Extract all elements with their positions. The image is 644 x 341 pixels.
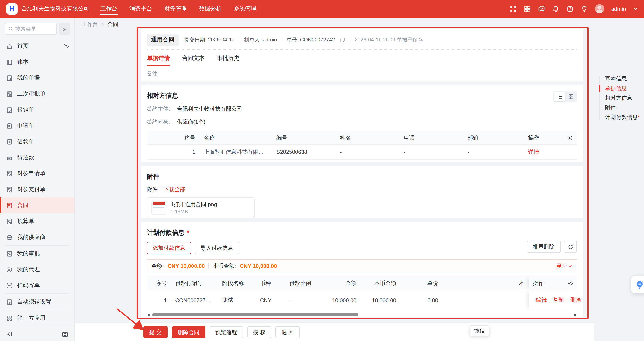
counterparty-title: 相对方信息 — [147, 92, 178, 100]
import-payment-button[interactable]: 导入付款信息 — [194, 242, 239, 254]
sidebar-item-budget-form[interactable]: 预算单 — [0, 213, 74, 229]
my-approval-icon — [6, 250, 12, 257]
svg-text:Ai: Ai — [638, 282, 641, 286]
top-menu-workbench[interactable]: 工作台 — [100, 0, 118, 18]
scroll-right-icon[interactable]: ▶ — [574, 313, 577, 317]
anchor-basic-info[interactable]: 基本信息 — [599, 74, 640, 84]
sidebar-item-label: 首页 — [17, 42, 28, 50]
menu-search-input[interactable] — [15, 26, 53, 32]
cell-phone: - — [400, 149, 463, 155]
sidebar-item-supplier[interactable]: 我的供应商 — [0, 229, 74, 245]
attachment-card[interactable]: 1打开通用合同.png 0.18MB — [147, 198, 255, 218]
breadcrumb-workbench[interactable]: 工作台 — [82, 20, 98, 28]
sign-object-value: 供应商(1个) — [177, 118, 206, 126]
sidebar-item-label: 对公申请单 — [17, 170, 46, 177]
edit-link[interactable]: 编辑 — [533, 296, 550, 304]
table-settings-gear-icon[interactable] — [567, 280, 573, 286]
sidebar-item-expense-form[interactable]: 报销单 — [0, 102, 74, 118]
ai-bulb-icon[interactable] — [580, 5, 588, 12]
preview-flow-button[interactable]: 预览流程 — [210, 326, 243, 338]
delete-link[interactable]: 删除 — [567, 296, 584, 304]
camera-icon[interactable] — [62, 331, 68, 338]
sidebar-item-my-approval[interactable]: 我的审批 — [0, 246, 74, 262]
user-name[interactable]: admin — [611, 6, 626, 12]
sidebar-item-repayment[interactable]: 待还款 — [0, 150, 74, 166]
top-menu-consume[interactable]: 消费平台 — [129, 0, 152, 18]
sidebar-item-label: 二次审批单 — [17, 90, 46, 98]
sidebar-item-corp-application[interactable]: 对公申请单 — [0, 166, 74, 182]
ai-assistant-float-button[interactable]: Ai — [631, 276, 644, 294]
refresh-icon[interactable] — [564, 240, 577, 253]
gear-icon[interactable] — [63, 43, 69, 49]
sidebar-item-contract[interactable]: 合同 — [0, 198, 74, 213]
table-settings-gear-icon[interactable] — [567, 135, 573, 141]
sidebar-item-home[interactable]: 首页 — [0, 38, 74, 54]
sidebar-expand-button[interactable]: » — [59, 23, 70, 35]
add-payment-button[interactable]: 添加付款信息 — [147, 242, 191, 254]
sidebar-item-label: 预算单 — [17, 218, 34, 225]
card-view-icon[interactable] — [565, 92, 576, 102]
anchor-doc-info[interactable]: 单据信息 — [599, 84, 640, 93]
batch-delete-button[interactable]: 批量删除 — [527, 240, 560, 253]
sidebar-item-loan-form[interactable]: 借款单 — [0, 134, 74, 150]
tab-approval-history[interactable]: 审批历史 — [216, 50, 240, 66]
anchor-counterparty[interactable]: 相对方信息 — [599, 93, 640, 103]
top-nav: H 合肥利夫生物科技有限公司 工作台 消费平台 财务管理 数据分析 系统管理 a… — [0, 0, 644, 18]
payment-row[interactable]: 1 CON00072742-001 测试 CNY - 10,000.00 10,… — [147, 290, 577, 310]
local-amount-label: 本币金额: — [213, 262, 236, 270]
chevron-down-icon[interactable] — [633, 6, 638, 11]
submit-button[interactable]: 提 交 — [144, 326, 168, 338]
sidebar-item-third-party[interactable]: 第三方应用 — [0, 310, 74, 326]
copy-icon[interactable] — [340, 37, 345, 42]
sidebar-item-label: 第三方应用 — [17, 314, 46, 322]
sidebar-item-my-agent[interactable]: 我的代理 — [0, 262, 74, 278]
sidebar-item-corp-payment[interactable]: 对公支付单 — [0, 182, 74, 198]
sidebar-item-application-form[interactable]: 申请单 — [0, 118, 74, 134]
anchor-attachments[interactable]: 附件 — [599, 103, 640, 112]
sidebar-item-auto-expense[interactable]: 自动报销设置 — [0, 294, 74, 310]
sidebar-item-ledger[interactable]: 账本 — [0, 54, 74, 70]
sidebar-item-label: 我的审批 — [17, 250, 40, 257]
top-menu-system[interactable]: 系统管理 — [233, 0, 257, 18]
bell-icon[interactable] — [552, 5, 559, 12]
collapse-sidebar-icon[interactable] — [6, 331, 12, 338]
download-all-link[interactable]: 下载全部 — [164, 186, 185, 193]
col-stage: 阶段名称 — [218, 280, 256, 287]
wechat-tooltip[interactable]: 微信 — [470, 325, 490, 336]
todo-stack-icon[interactable] — [538, 5, 545, 12]
scrollbar-thumb[interactable] — [152, 313, 358, 316]
user-avatar[interactable] — [595, 4, 604, 14]
menu-search-box[interactable] — [5, 23, 56, 35]
remark-value: - — [141, 78, 583, 86]
counterparty-name-link[interactable]: 上海甄汇信息科技有限公... — [200, 148, 272, 156]
back-button[interactable]: 返 回 — [276, 326, 300, 338]
fullscreen-icon[interactable] — [509, 5, 516, 12]
sidebar-item-second-approval[interactable]: 二次审批单 — [0, 86, 74, 102]
sidebar-item-my-docs[interactable]: 我的单据 — [0, 70, 74, 86]
main-area: 工作台 > 合同 通用合同 提交日期: 2026-04-11 制单人: admi… — [75, 18, 644, 341]
counterparty-row[interactable]: 1 上海甄汇信息科技有限公... S202500638 - - - 详情 — [147, 144, 577, 160]
delete-contract-button[interactable]: 删除合同 — [172, 326, 205, 338]
company-logo[interactable]: H — [6, 3, 18, 14]
sidebar-item-scan-ship[interactable]: 扫码寄单 — [0, 278, 74, 294]
submit-date: 提交日期: 2026-04-11 — [184, 36, 234, 44]
scroll-left-icon[interactable]: ◀ — [147, 313, 150, 317]
required-asterisk: * — [186, 229, 189, 236]
tab-contract-text[interactable]: 合同文本 — [182, 50, 205, 66]
list-view-icon[interactable] — [554, 92, 565, 102]
tab-doc-detail[interactable]: 单据详情 — [147, 50, 170, 66]
sidebar-item-label: 我的代理 — [17, 266, 40, 273]
scrollbar-track[interactable] — [151, 313, 572, 316]
anchor-payment[interactable]: 计划付款信息* — [599, 112, 640, 122]
detail-link[interactable]: 详情 — [524, 148, 577, 156]
expand-link[interactable]: 展开 — [556, 262, 572, 270]
copy-link[interactable]: 复制 — [550, 296, 567, 304]
authorize-button[interactable]: 授 权 — [247, 326, 271, 338]
search-icon — [8, 26, 13, 32]
cell-email: - — [463, 149, 524, 155]
top-menu: 工作台 消费平台 财务管理 数据分析 系统管理 — [100, 0, 257, 18]
help-icon[interactable] — [566, 5, 573, 12]
apps-grid-icon[interactable] — [524, 5, 530, 12]
top-menu-data[interactable]: 数据分析 — [198, 0, 222, 18]
top-menu-finance[interactable]: 财务管理 — [164, 0, 187, 18]
